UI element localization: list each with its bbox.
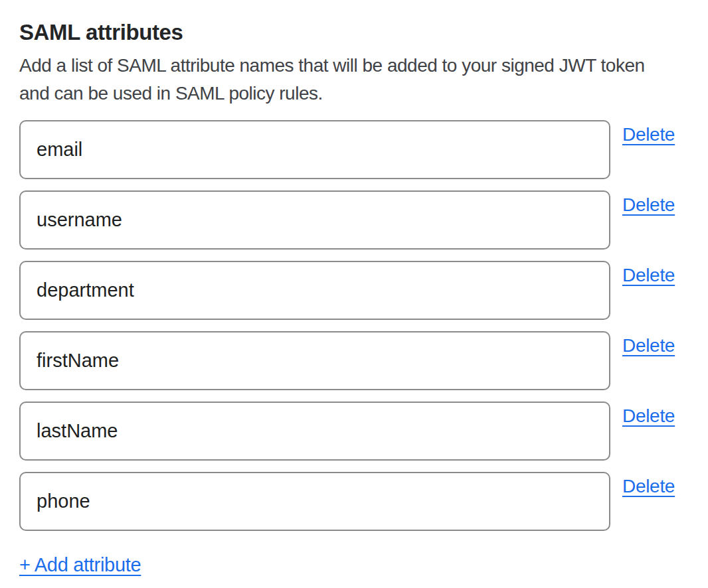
attribute-rows: Delete Delete Delete Delete Delete Delet… xyxy=(19,120,679,531)
attribute-row: Delete xyxy=(19,261,679,320)
section-description: Add a list of SAML attribute names that … xyxy=(19,52,679,108)
delete-link[interactable]: Delete xyxy=(622,335,675,356)
attribute-row: Delete xyxy=(19,190,679,250)
attribute-input[interactable] xyxy=(19,261,610,320)
attribute-input[interactable] xyxy=(19,331,610,390)
delete-link[interactable]: Delete xyxy=(622,476,675,497)
delete-link[interactable]: Delete xyxy=(622,265,675,286)
attribute-row: Delete xyxy=(19,472,679,531)
section-description-line1: Add a list of SAML attribute names that … xyxy=(19,55,645,76)
saml-attributes-section: SAML attributes Add a list of SAML attri… xyxy=(0,0,708,576)
delete-link[interactable]: Delete xyxy=(622,124,675,145)
attribute-input[interactable] xyxy=(19,190,610,250)
attribute-row: Delete xyxy=(19,331,679,390)
section-description-line2: and can be used in SAML policy rules. xyxy=(19,83,323,104)
attribute-input[interactable] xyxy=(19,472,610,531)
add-attribute-link[interactable]: + Add attribute xyxy=(19,554,141,576)
attribute-row: Delete xyxy=(19,120,679,179)
delete-link[interactable]: Delete xyxy=(622,194,675,216)
attribute-input[interactable] xyxy=(19,120,610,179)
attribute-row: Delete xyxy=(19,402,679,461)
attribute-input[interactable] xyxy=(19,402,610,461)
delete-link[interactable]: Delete xyxy=(622,405,675,427)
page-title: SAML attributes xyxy=(19,20,679,45)
